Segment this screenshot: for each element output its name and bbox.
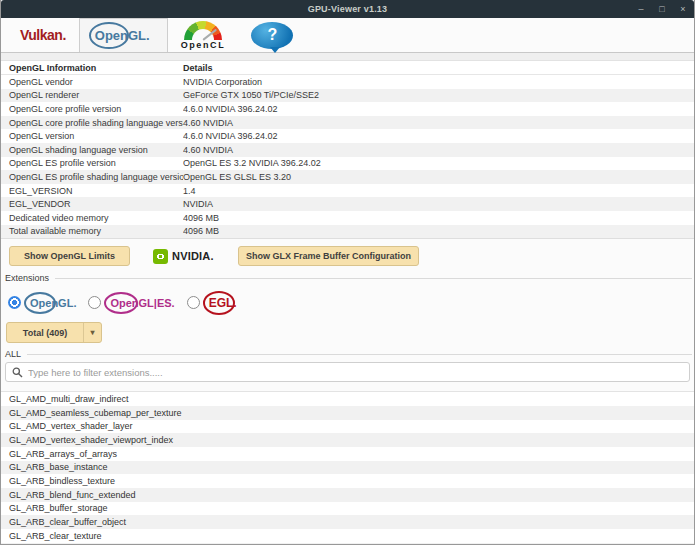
details-cell: OpenGL ES GLSL ES 3.20 [183, 172, 694, 182]
opengl-radio-logo: OpenGL. [28, 296, 79, 310]
table-row[interactable]: OpenGL version 4.6.0 NVIDIA 396.24.02 [1, 129, 694, 143]
info-cell: OpenGL version [1, 131, 183, 141]
window-controls: – □ × [636, 0, 688, 18]
details-cell: 4.60 NVIDIA [183, 118, 694, 128]
details-cell: 4096 MB [183, 213, 694, 223]
extension-row[interactable]: GL_AMD_multi_draw_indirect [1, 392, 694, 406]
tab-vulkan[interactable]: Vulkan. [7, 18, 79, 52]
list-gap [1, 382, 694, 392]
details-cell: OpenGL ES 3.2 NVIDIA 396.24.02 [183, 158, 694, 168]
gauge-needle-icon [202, 28, 217, 40]
table-row[interactable]: OpenGL renderer GeForce GTX 1050 Ti/PCIe… [1, 89, 694, 103]
maximize-button[interactable]: □ [657, 0, 667, 18]
vulkan-logo: Vulkan. [20, 27, 66, 43]
opencl-gauge-icon [184, 21, 222, 40]
opengles-radio-logo: OpenGL|ES. [108, 296, 177, 310]
details-cell: GeForce GTX 1050 Ti/PCIe/SSE2 [183, 90, 694, 100]
radio-group-egl[interactable]: EGL. [187, 295, 240, 311]
extension-row[interactable]: GL_ARB_buffer_storage [1, 502, 694, 516]
nvidia-wordmark: NVIDIA. [172, 250, 214, 262]
details-column-header: Details [183, 63, 694, 73]
opencl-logo-text: OpenCL [181, 40, 226, 50]
extension-row[interactable]: GL_ARB_arrays_of_arrays [1, 447, 694, 461]
window-title: GPU-Viewer v1.13 [308, 4, 388, 14]
extensions-frame-header: Extensions [1, 273, 694, 283]
table-row[interactable]: OpenGL shading language version 4.60 NVI… [1, 143, 694, 157]
details-cell: 4096 MB [183, 226, 694, 236]
egl-radio-logo: EGL. [207, 295, 240, 311]
info-cell: OpenGL ES profile shading language versi… [1, 172, 183, 182]
search-input[interactable] [28, 367, 683, 378]
search-icon [12, 367, 23, 378]
titlebar: GPU-Viewer v1.13 – □ × [1, 0, 694, 18]
nvidia-logo: NVIDIA. [153, 246, 214, 266]
details-cell: NVIDIA [183, 199, 694, 209]
radio-group-opengles[interactable]: OpenGL|ES. [88, 296, 177, 310]
minimize-button[interactable]: – [636, 0, 646, 18]
extension-list: GL_AMD_multi_draw_indirect GL_AMD_seamle… [1, 392, 694, 544]
opengl-logo: OpenGL. [93, 26, 154, 45]
tab-opencl[interactable]: OpenCL [168, 18, 239, 52]
extension-row[interactable]: GL_ARB_base_instance [1, 461, 694, 475]
table-header-row: OpenGL Information Details [1, 61, 694, 75]
info-cell: OpenGL core profile version [1, 104, 183, 114]
gpu-viewer-window: GPU-Viewer v1.13 – □ × Vulkan. OpenGL. O… [0, 0, 695, 545]
table-row[interactable]: EGL_VERSION 1.4 [1, 184, 694, 198]
table-row[interactable]: OpenGL core profile version 4.6.0 NVIDIA… [1, 102, 694, 116]
table-row[interactable]: OpenGL vendor NVIDIA Corporation [1, 75, 694, 89]
table-row[interactable]: EGL_VENDOR NVIDIA [1, 197, 694, 211]
opengles-radio-label: OpenGL|ES. [110, 297, 174, 309]
show-glx-config-button[interactable]: Show GLX Frame Buffer Configuration [238, 246, 419, 266]
question-mark-icon: ? [267, 26, 277, 44]
info-cell: Total available memory [1, 226, 183, 236]
info-cell: Dedicated video memory [1, 213, 183, 223]
info-cell: OpenGL ES profile version [1, 158, 183, 168]
details-cell: 4.6.0 NVIDIA 396.24.02 [183, 131, 694, 141]
table-row[interactable]: OpenGL core profile shading language ver… [1, 116, 694, 130]
info-cell: OpenGL renderer [1, 90, 183, 100]
extension-row[interactable]: GL_AMD_seamless_cubemap_per_texture [1, 406, 694, 420]
extension-row[interactable]: GL_ARB_bindless_texture [1, 474, 694, 488]
content-top-strip [1, 53, 694, 61]
extension-row[interactable]: GL_ARB_clear_buffer_object [1, 515, 694, 529]
extensions-frame-label: Extensions [5, 273, 49, 283]
search-box [5, 362, 690, 382]
tab-help[interactable]: ? [238, 18, 306, 52]
info-column-header: OpenGL Information [1, 63, 183, 73]
total-dropdown-label: Total (409) [7, 328, 83, 338]
close-button[interactable]: × [678, 0, 688, 18]
radio-unselected-icon[interactable] [187, 296, 200, 309]
tab-opengl[interactable]: OpenGL. [79, 18, 168, 52]
details-cell: 4.6.0 NVIDIA 396.24.02 [183, 104, 694, 114]
extension-row[interactable]: GL_AMD_vertex_shader_layer [1, 420, 694, 434]
info-cell: EGL_VERSION [1, 186, 183, 196]
extension-row[interactable]: GL_AMD_vertex_shader_viewport_index [1, 433, 694, 447]
radio-unselected-icon[interactable] [88, 296, 101, 309]
extension-row[interactable]: GL_ARB_clip_control [1, 543, 694, 544]
details-cell: NVIDIA Corporation [183, 77, 694, 87]
total-dropdown[interactable]: Total (409) ▾ [6, 322, 102, 343]
info-cell: OpenGL core profile shading language ver… [1, 118, 183, 128]
table-row[interactable]: OpenGL ES profile version OpenGL ES 3.2 … [1, 157, 694, 171]
tabbar: Vulkan. OpenGL. OpenCL ? [1, 18, 694, 53]
table-row[interactable]: Total available memory 4096 MB [1, 225, 694, 239]
details-cell: 4.60 NVIDIA [183, 145, 694, 155]
radio-selected-icon[interactable] [8, 296, 21, 309]
extension-row[interactable]: GL_ARB_clear_texture [1, 529, 694, 543]
info-cell: OpenGL shading language version [1, 145, 183, 155]
show-opengl-limits-button[interactable]: Show OpenGL Limits [9, 246, 130, 266]
gl-info-table: OpenGL Information Details OpenGL vendor… [1, 61, 694, 239]
opengl-logo-text: OpenGL. [95, 28, 150, 43]
actions-row: Show OpenGL Limits NVIDIA. Show GLX Fram… [1, 239, 694, 273]
details-cell: 1.4 [183, 186, 694, 196]
info-cell: OpenGL vendor [1, 77, 183, 87]
table-row[interactable]: Dedicated video memory 4096 MB [1, 211, 694, 225]
extension-type-radios: OpenGL. OpenGL|ES. EGL. [1, 283, 694, 313]
all-frame-label: ALL [5, 349, 21, 359]
all-frame-header: ALL [1, 349, 694, 359]
egl-radio-label: EGL. [209, 296, 237, 310]
radio-group-opengl[interactable]: OpenGL. [8, 296, 79, 310]
nvidia-eye-icon [153, 249, 168, 264]
table-row[interactable]: OpenGL ES profile shading language versi… [1, 170, 694, 184]
extension-row[interactable]: GL_ARB_blend_func_extended [1, 488, 694, 502]
